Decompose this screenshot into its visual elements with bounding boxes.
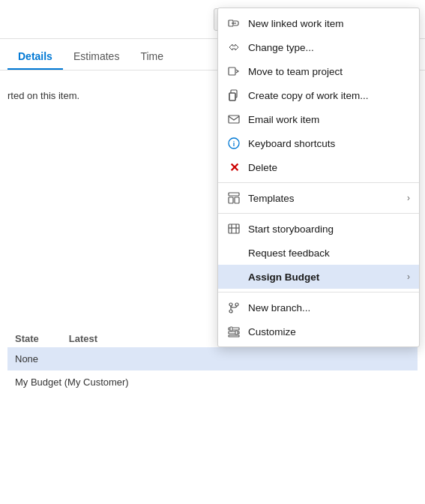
new-linked-label: New linked work item bbox=[248, 18, 410, 29]
dropdown-menu: New linked work item Change type... Move… bbox=[217, 8, 420, 347]
menu-item-new-linked[interactable]: New linked work item bbox=[218, 11, 419, 35]
svg-rect-4 bbox=[229, 93, 235, 100]
svg-rect-21 bbox=[229, 335, 239, 337]
tab-estimates[interactable]: Estimates bbox=[63, 44, 130, 70]
delete-icon: ✕ bbox=[227, 160, 241, 174]
divider-2 bbox=[218, 213, 419, 214]
change-type-icon bbox=[227, 40, 241, 54]
svg-point-18 bbox=[235, 303, 238, 306]
svg-rect-9 bbox=[229, 193, 239, 196]
menu-item-templates[interactable]: Templates › bbox=[218, 186, 419, 210]
menu-item-new-branch[interactable]: New branch... bbox=[218, 296, 419, 320]
feedback-icon bbox=[227, 246, 241, 260]
row-budget-label: My Budget (My Customer) bbox=[15, 376, 165, 388]
svg-point-16 bbox=[229, 303, 232, 306]
menu-item-email[interactable]: Email work item bbox=[218, 107, 419, 131]
menu-item-customize[interactable]: Customize bbox=[218, 320, 419, 344]
create-copy-label: Create copy of work item... bbox=[248, 90, 410, 101]
storyboard-label: Start storyboarding bbox=[248, 224, 410, 235]
menu-item-change-type[interactable]: Change type... bbox=[218, 35, 419, 59]
delete-label: Delete bbox=[248, 162, 410, 173]
branch-icon bbox=[227, 301, 241, 314]
table-row[interactable]: My Budget (My Customer) bbox=[7, 370, 418, 394]
svg-point-17 bbox=[229, 310, 232, 313]
templates-chevron: › bbox=[407, 193, 410, 203]
row-none-label: None bbox=[15, 353, 165, 364]
customize-icon bbox=[227, 325, 241, 338]
templates-label: Templates bbox=[248, 193, 400, 204]
email-icon bbox=[227, 112, 241, 126]
new-branch-label: New branch... bbox=[248, 302, 410, 314]
info-icon: i bbox=[227, 136, 241, 150]
divider-1 bbox=[218, 182, 419, 183]
svg-rect-11 bbox=[235, 197, 239, 203]
move-icon bbox=[227, 64, 241, 78]
menu-item-create-copy[interactable]: Create copy of work item... bbox=[218, 83, 419, 107]
svg-rect-10 bbox=[229, 197, 233, 203]
menu-item-feedback[interactable]: Request feedback bbox=[218, 241, 419, 265]
svg-rect-6 bbox=[229, 116, 239, 123]
copy-icon bbox=[227, 88, 241, 102]
menu-item-keyboard[interactable]: i Keyboard shortcuts bbox=[218, 131, 419, 155]
svg-text:i: i bbox=[233, 140, 235, 148]
menu-item-delete[interactable]: ✕ Delete bbox=[218, 155, 419, 179]
assign-budget-icon bbox=[227, 270, 241, 284]
customize-label: Customize bbox=[248, 326, 410, 338]
menu-item-assign-budget[interactable]: Assign Budget › bbox=[218, 265, 419, 289]
menu-item-storyboard[interactable]: Start storyboarding bbox=[218, 217, 419, 241]
assign-budget-label: Assign Budget bbox=[248, 272, 400, 283]
feedback-label: Request feedback bbox=[248, 248, 410, 259]
svg-rect-22 bbox=[230, 327, 232, 331]
tab-time[interactable]: Time bbox=[130, 44, 174, 70]
tab-details[interactable]: Details bbox=[7, 44, 63, 70]
svg-rect-23 bbox=[235, 331, 238, 334]
svg-rect-2 bbox=[229, 68, 235, 75]
linked-icon bbox=[227, 16, 241, 30]
divider-3 bbox=[218, 292, 419, 292]
move-team-label: Move to team project bbox=[248, 66, 410, 77]
change-type-label: Change type... bbox=[248, 42, 410, 53]
svg-rect-12 bbox=[229, 224, 239, 233]
templates-icon bbox=[227, 191, 241, 205]
keyboard-label: Keyboard shortcuts bbox=[248, 138, 410, 149]
col-state: State bbox=[15, 333, 39, 344]
assign-budget-chevron: › bbox=[407, 272, 410, 282]
email-label: Email work item bbox=[248, 114, 410, 125]
page-body-text: rted on this item. bbox=[7, 90, 79, 101]
storyboard-icon bbox=[227, 222, 241, 236]
col-latest: Latest bbox=[69, 333, 97, 344]
menu-item-move-team[interactable]: Move to team project bbox=[218, 59, 419, 83]
table-row[interactable]: None bbox=[7, 347, 418, 370]
